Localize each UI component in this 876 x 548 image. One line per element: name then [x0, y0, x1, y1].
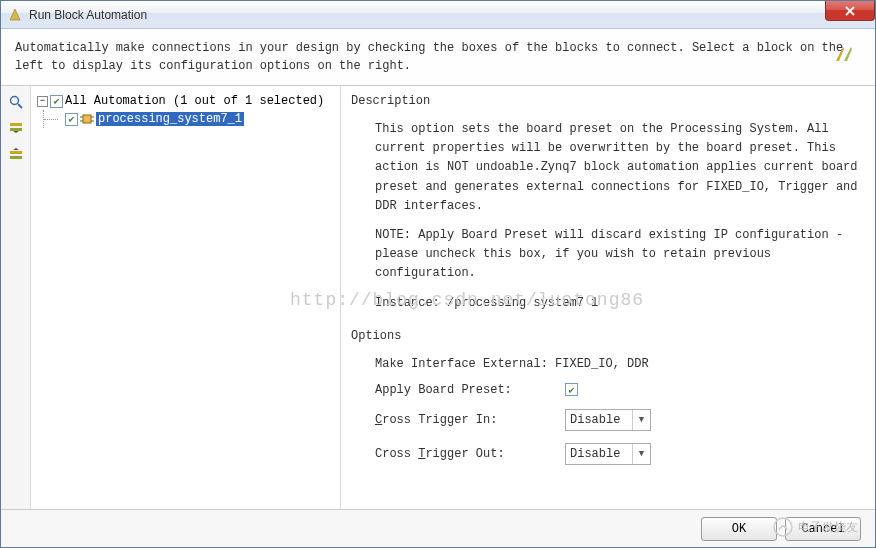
options-heading: Options	[351, 329, 865, 345]
root-checkbox[interactable]: ✔	[50, 95, 63, 108]
apply-preset-row: Apply Board Preset: ✔	[375, 383, 865, 397]
left-toolbar	[1, 86, 31, 509]
close-icon	[845, 6, 855, 16]
apply-preset-checkbox[interactable]: ✔	[565, 383, 578, 396]
expand-all-icon[interactable]	[6, 118, 26, 138]
window-title: Run Block Automation	[29, 8, 147, 22]
tree-child-label: processing_system7_1	[96, 112, 244, 126]
chevron-down-icon: ▼	[632, 444, 650, 464]
expander-icon[interactable]: −	[37, 96, 48, 107]
make-external-label: Make Interface External: FIXED_IO, DDR	[375, 357, 649, 371]
cross-trigger-out-row: Cross Trigger Out: Disable ▼	[375, 443, 865, 465]
tree-root-row[interactable]: − ✔ All Automation (1 out of 1 selected)	[37, 92, 334, 110]
description-body: This option sets the board preset on the…	[351, 116, 865, 329]
description-p2: NOTE: Apply Board Preset will discard ex…	[375, 226, 865, 284]
cross-trigger-out-value: Disable	[570, 447, 620, 461]
details-panel: Description This option sets the board p…	[341, 86, 875, 509]
svg-marker-0	[10, 9, 20, 20]
titlebar: Run Block Automation	[1, 1, 875, 29]
svg-point-5	[10, 97, 18, 105]
make-external-row: Make Interface External: FIXED_IO, DDR	[375, 357, 865, 371]
search-icon[interactable]	[6, 92, 26, 112]
tree-connector	[43, 110, 63, 128]
cancel-button[interactable]: Cancel	[785, 517, 861, 541]
svg-rect-8	[10, 128, 22, 131]
svg-rect-10	[10, 151, 22, 154]
chevron-down-icon: ▼	[632, 410, 650, 430]
app-icon	[7, 7, 23, 23]
vivado-logo-icon	[829, 39, 859, 75]
ok-button[interactable]: OK	[701, 517, 777, 541]
cross-trigger-in-value: Disable	[570, 413, 620, 427]
svg-marker-3	[836, 47, 844, 61]
cross-trigger-in-row: Cross Trigger In: Disable ▼	[375, 409, 865, 431]
cross-trigger-out-label: Cross Trigger Out:	[375, 447, 565, 461]
description-instance: Instance: /processing system7 1	[375, 294, 865, 313]
main-area: − ✔ All Automation (1 out of 1 selected)…	[1, 86, 875, 509]
ip-block-icon	[80, 112, 94, 126]
svg-rect-7	[10, 123, 22, 126]
tree-panel: − ✔ All Automation (1 out of 1 selected)…	[31, 86, 341, 509]
tree-child-row[interactable]: ✔ processing_system7_1	[37, 110, 334, 128]
description-heading: Description	[351, 94, 865, 110]
child-checkbox[interactable]: ✔	[65, 113, 78, 126]
svg-marker-12	[13, 148, 19, 150]
close-button[interactable]	[825, 1, 875, 21]
instruction-banner: Automatically make connections in your d…	[1, 29, 875, 86]
apply-preset-label: Apply Board Preset:	[375, 383, 565, 397]
instruction-text: Automatically make connections in your d…	[15, 41, 843, 73]
cross-trigger-out-combo[interactable]: Disable ▼	[565, 443, 651, 465]
svg-marker-4	[844, 47, 852, 61]
collapse-all-icon[interactable]	[6, 144, 26, 164]
tree-root-label: All Automation (1 out of 1 selected)	[65, 94, 324, 108]
svg-rect-11	[10, 156, 22, 159]
cross-trigger-in-label: Cross Trigger In:	[375, 413, 565, 427]
dialog-footer: OK Cancel	[1, 509, 875, 547]
svg-rect-13	[83, 115, 91, 123]
description-p1: This option sets the board preset on the…	[375, 120, 865, 216]
svg-marker-9	[13, 131, 19, 133]
svg-line-6	[18, 104, 22, 108]
dialog-window: Run Block Automation Automatically make …	[0, 0, 876, 548]
cross-trigger-in-combo[interactable]: Disable ▼	[565, 409, 651, 431]
options-body: Make Interface External: FIXED_IO, DDR A…	[351, 351, 865, 465]
